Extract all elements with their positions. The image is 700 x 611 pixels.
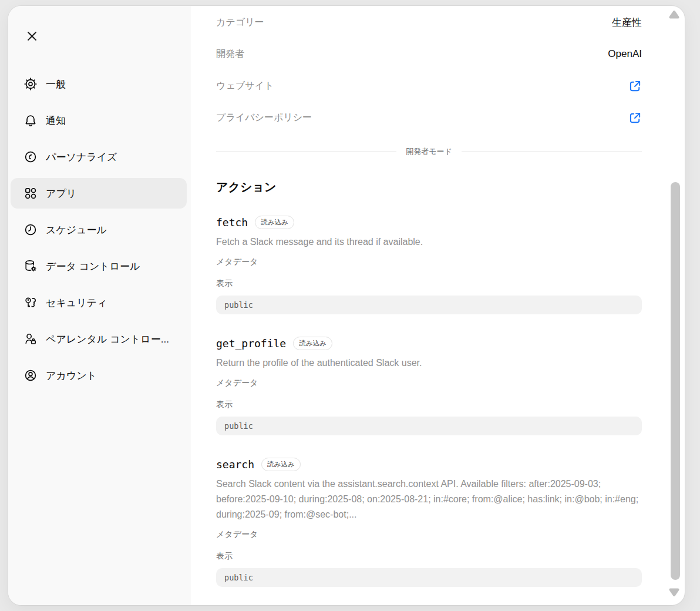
action-name: search <box>216 458 254 471</box>
sidebar-item-general[interactable]: 一般 <box>11 69 187 99</box>
sidebar-item-notifications[interactable]: 通知 <box>11 105 187 136</box>
parental-icon <box>23 332 38 346</box>
metadata-label: メタデータ <box>216 529 642 539</box>
settings-nav: 一般 通知 パーソナライズ <box>11 69 187 397</box>
sidebar-item-label: データ コントロール <box>46 260 140 273</box>
divider-line <box>462 152 642 152</box>
sidebar-item-personalization[interactable]: パーソナライズ <box>11 142 187 172</box>
sidebar-item-label: パーソナライズ <box>46 150 117 164</box>
visibility-label: 表示 <box>216 400 642 409</box>
sidebar-item-account[interactable]: アカウント <box>11 360 187 391</box>
privacy-policy-link-button[interactable] <box>628 111 642 125</box>
sidebar-item-label: スケジュール <box>46 223 107 237</box>
action-get-profile-title-row: get_profile 読み込み <box>216 335 642 351</box>
detail-row-website: ウェブサイト <box>216 70 642 102</box>
website-link-button[interactable] <box>628 79 642 93</box>
visibility-value-box: public <box>216 296 642 314</box>
sidebar-item-label: セキュリティ <box>46 296 107 310</box>
read-badge: 読み込み <box>293 337 332 350</box>
visibility-value-box: public <box>216 568 642 587</box>
sidebar-item-label: ペアレンタル コントロー... <box>46 333 169 346</box>
sidebar-item-schedules[interactable]: スケジュール <box>11 214 187 245</box>
close-button[interactable] <box>25 29 39 43</box>
divider-line <box>216 152 396 152</box>
scroll-up-button[interactable] <box>668 10 680 22</box>
scroll-up-arrow-icon <box>668 10 680 19</box>
external-link-icon <box>628 79 642 93</box>
database-icon <box>23 259 38 273</box>
settings-dialog: 一般 通知 パーソナライズ <box>8 6 685 605</box>
external-link-icon <box>628 111 642 125</box>
visibility-label: 表示 <box>216 278 642 288</box>
visibility-label: 表示 <box>216 551 642 561</box>
sidebar-item-label: アプリ <box>46 187 76 200</box>
action-description: Fetch a Slack message and its thread if … <box>216 234 642 250</box>
read-badge: 読み込み <box>255 216 294 229</box>
developer-mode-divider: 開発者モード <box>216 146 642 157</box>
detail-row-developer: 開発者 OpenAI <box>216 38 642 70</box>
bell-icon <box>23 113 38 127</box>
account-icon <box>23 368 38 382</box>
read-badge: 読み込み <box>261 458 301 471</box>
visibility-value-box: public <box>216 417 642 435</box>
scrollbar-thumb[interactable] <box>671 182 680 580</box>
sidebar-item-apps[interactable]: アプリ <box>11 178 187 209</box>
detail-value: OpenAI <box>608 48 642 60</box>
app-details-list: カテゴリー 生産性 開発者 OpenAI ウェブサイト プライバシーポリシー <box>216 6 642 133</box>
sidebar-item-label: アカウント <box>46 369 97 382</box>
keys-icon <box>23 296 38 310</box>
sidebar-item-parental-controls[interactable]: ペアレンタル コントロー... <box>11 324 187 354</box>
metadata-label: メタデータ <box>216 378 642 388</box>
sidebar-item-label: 通知 <box>46 114 66 127</box>
sidebar-item-security[interactable]: セキュリティ <box>11 287 187 318</box>
detail-label: カテゴリー <box>216 16 264 29</box>
app-details-panel: カテゴリー 生産性 開発者 OpenAI ウェブサイト プライバシーポリシー <box>191 6 685 605</box>
gear-icon <box>23 77 38 91</box>
action-name: get_profile <box>216 337 286 350</box>
action-description: Search Slack content via the assistant.s… <box>216 476 642 522</box>
action-search-title-row: search 読み込み <box>216 456 642 472</box>
developer-mode-label: 開発者モード <box>406 146 452 157</box>
settings-sidebar: 一般 通知 パーソナライズ <box>8 6 191 605</box>
scroll-down-button[interactable] <box>668 588 680 599</box>
personalize-icon <box>23 150 38 164</box>
metadata-label: メタデータ <box>216 257 642 267</box>
action-description: Return the profile of the authenticated … <box>216 355 642 371</box>
sidebar-item-label: 一般 <box>46 78 66 91</box>
actions-heading: アクション <box>216 179 642 194</box>
apps-icon <box>23 186 38 200</box>
close-icon <box>26 31 38 42</box>
detail-label: プライバシーポリシー <box>216 112 312 124</box>
detail-value: 生産性 <box>612 16 642 29</box>
detail-row-privacy-policy: プライバシーポリシー <box>216 102 642 133</box>
detail-label: 開発者 <box>216 48 244 61</box>
action-name: fetch <box>216 216 248 229</box>
detail-label: ウェブサイト <box>216 80 274 92</box>
action-fetch-title-row: fetch 読み込み <box>216 214 642 230</box>
sidebar-item-data-controls[interactable]: データ コントロール <box>11 251 187 281</box>
detail-row-category: カテゴリー 生産性 <box>216 6 642 38</box>
scroll-down-arrow-icon <box>668 588 680 597</box>
clock-icon <box>23 223 38 237</box>
